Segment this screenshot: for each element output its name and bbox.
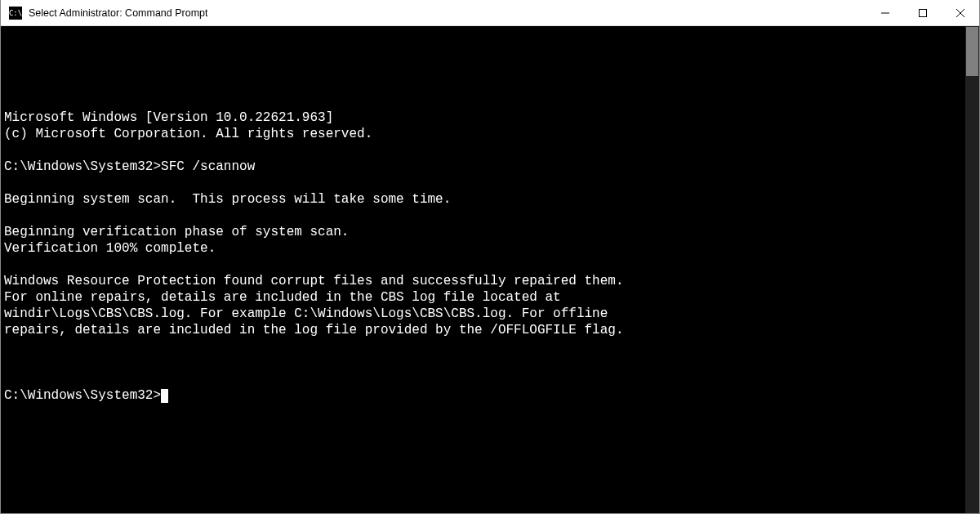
- terminal-area[interactable]: Microsoft Windows [Version 10.0.22621.96…: [1, 26, 979, 513]
- terminal-line: repairs, details are included in the log…: [4, 322, 962, 338]
- terminal-line: [4, 338, 962, 355]
- terminal-prompt: C:\Windows\System32>: [4, 388, 161, 403]
- terminal-line: Beginning verification phase of system s…: [4, 224, 962, 240]
- cursor: [161, 389, 168, 403]
- terminal-content: Microsoft Windows [Version 10.0.22621.96…: [4, 77, 962, 436]
- maximize-icon: [919, 9, 927, 17]
- terminal-line: windir\Logs\CBS\CBS.log. For example C:\…: [4, 306, 962, 322]
- close-icon: [956, 9, 964, 17]
- window-controls: [866, 0, 979, 25]
- command-prompt-window: C:\ Select Administrator: Command Prompt: [0, 0, 980, 514]
- minimize-icon: [881, 9, 889, 17]
- scrollbar-track[interactable]: [965, 26, 979, 513]
- terminal-line: Verification 100% complete.: [4, 240, 962, 257]
- svg-rect-1: [920, 9, 927, 16]
- terminal-line: Beginning system scan. This process will…: [4, 191, 962, 208]
- maximize-button[interactable]: [904, 0, 942, 25]
- titlebar[interactable]: C:\ Select Administrator: Command Prompt: [1, 0, 979, 26]
- terminal-line: C:\Windows\System32>SFC /scannow: [4, 159, 962, 175]
- terminal-line: (c) Microsoft Corporation. All rights re…: [4, 126, 962, 142]
- terminal-line: [4, 257, 962, 273]
- terminal-line: Windows Resource Protection found corrup…: [4, 273, 962, 289]
- terminal-line: [4, 142, 962, 159]
- close-button[interactable]: [942, 0, 979, 25]
- terminal-line: [4, 208, 962, 224]
- minimize-button[interactable]: [866, 0, 904, 25]
- terminal-line: For online repairs, details are included…: [4, 289, 962, 306]
- cmd-icon: C:\: [9, 7, 22, 20]
- terminal-line: Microsoft Windows [Version 10.0.22621.96…: [4, 110, 962, 126]
- terminal-line: [4, 175, 962, 191]
- terminal-prompt-line: C:\Windows\System32>: [4, 387, 962, 404]
- window-title: Select Administrator: Command Prompt: [29, 7, 208, 19]
- scrollbar-thumb[interactable]: [966, 27, 978, 76]
